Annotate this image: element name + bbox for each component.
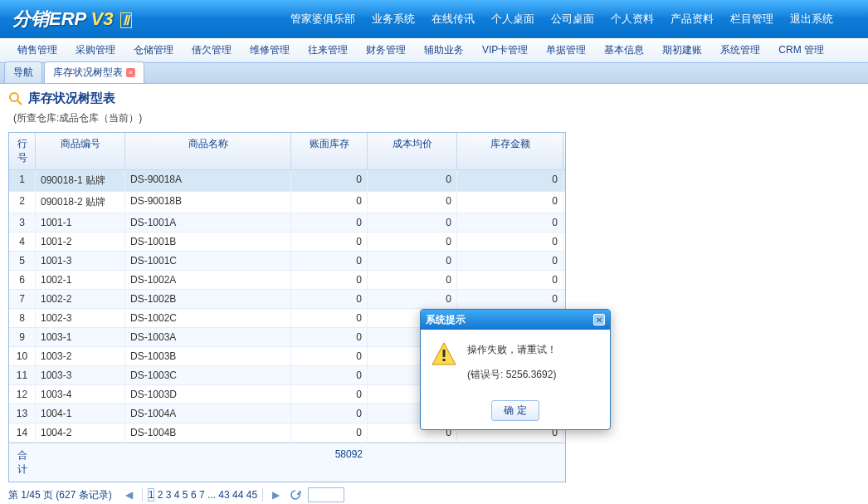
main-menu-item[interactable]: 往来管理 (299, 43, 357, 57)
cell: 0 (457, 271, 563, 289)
main-menu-item[interactable]: 仓储管理 (124, 43, 183, 57)
cell: 13 (9, 404, 36, 423)
cell: 0 (457, 192, 563, 213)
cell: DS-1002C (125, 309, 291, 327)
cell: DS-1001B (125, 232, 291, 251)
page-subtitle: (所查仓库:成品仓库（当前）) (13, 111, 860, 125)
footer-qty: 58092 (291, 443, 368, 482)
pager-page[interactable]: 45 (246, 489, 257, 501)
table-row[interactable]: 31001-1DS-1001A000 (9, 213, 565, 232)
logo-edition: Ⅱ (120, 12, 132, 28)
pager-page[interactable]: 3 (166, 489, 172, 501)
table-row[interactable]: 2090018-2 贴牌DS-90018B000 (9, 192, 565, 213)
pager-page[interactable]: 5 (183, 489, 188, 501)
cell: DS-1001A (125, 213, 291, 232)
svg-point-0 (10, 93, 18, 101)
cell: 0 (291, 385, 368, 404)
header-menu-item[interactable]: 个人桌面 (483, 7, 543, 32)
cell: 0 (457, 170, 563, 191)
header-menu: 管家婆俱乐部业务系统在线传讯个人桌面公司桌面个人资料产品资料栏目管理退出系统 (282, 7, 841, 32)
col-rownum[interactable]: 行号 (9, 133, 36, 169)
header-menu-item[interactable]: 管家婆俱乐部 (282, 7, 363, 32)
tab[interactable]: 库存状况树型表× (44, 61, 144, 83)
cell: 1003-2 (36, 347, 125, 365)
pager-refresh-icon[interactable] (288, 487, 303, 502)
pager-page[interactable]: 7 (199, 489, 205, 501)
cell: 1002-2 (36, 290, 125, 308)
pager-prev[interactable]: ◀ (122, 487, 137, 502)
logo-main: 分销ERP (12, 8, 85, 29)
col-amount[interactable]: 库存金额 (457, 133, 563, 169)
main-menu-item[interactable]: 期初建账 (653, 43, 711, 57)
cell: DS-1003A (125, 328, 291, 346)
col-qty[interactable]: 账面库存 (291, 133, 368, 169)
main-menu-item[interactable]: 辅助业务 (415, 43, 473, 57)
col-code[interactable]: 商品编号 (36, 133, 125, 169)
main-menu-item[interactable]: 借欠管理 (183, 43, 241, 57)
svg-line-1 (17, 100, 22, 105)
cell: 1004-1 (36, 404, 125, 423)
tab-label: 库存状况树型表 (53, 66, 123, 80)
cell: 0 (291, 309, 368, 327)
header-menu-item[interactable]: 个人资料 (602, 7, 662, 32)
pager-next[interactable]: ▶ (268, 487, 283, 502)
cell: 0 (368, 232, 457, 251)
pager-page[interactable]: 1 (148, 488, 155, 502)
dialog-header[interactable]: 系统提示 ✕ (421, 310, 610, 330)
main-menu-item[interactable]: 销售管理 (8, 43, 66, 57)
pager-page[interactable]: 43 (218, 489, 229, 501)
svg-rect-4 (443, 359, 446, 361)
cell: 0 (291, 423, 368, 442)
cell: 10 (9, 347, 36, 365)
cell: 0 (368, 213, 457, 232)
header-menu-item[interactable]: 退出系统 (782, 7, 841, 32)
pager-page[interactable]: 6 (191, 489, 197, 501)
cell: 1 (9, 170, 36, 191)
page-content: 库存状况树型表 (所查仓库:成品仓库（当前）) 行号 商品编号 商品名称 账面库… (0, 84, 868, 504)
main-menu-item[interactable]: CRM 管理 (769, 43, 833, 57)
table-row[interactable]: 61002-1DS-1002A000 (9, 271, 565, 290)
cell: 1002-1 (36, 271, 125, 289)
cell: 0 (291, 366, 368, 384)
col-name[interactable]: 商品名称 (125, 133, 291, 169)
close-icon[interactable]: ✕ (593, 314, 605, 325)
main-menu-item[interactable]: 系统管理 (711, 43, 769, 57)
main-menu-item[interactable]: 单据管理 (537, 43, 595, 57)
header-menu-item[interactable]: 产品资料 (662, 7, 722, 32)
main-menu-item[interactable]: VIP卡管理 (473, 43, 537, 57)
table-row[interactable]: 71002-2DS-1002B000 (9, 290, 565, 309)
header-menu-item[interactable]: 在线传讯 (423, 7, 483, 32)
cell: 1001-3 (36, 252, 125, 270)
table-row[interactable]: 41001-2DS-1001B000 (9, 232, 565, 252)
cell: 0 (291, 328, 368, 346)
footer-label: 合计 (9, 443, 36, 482)
pager-page[interactable]: 44 (232, 489, 243, 501)
svg-rect-3 (443, 350, 446, 357)
ok-button[interactable]: 确 定 (491, 400, 539, 421)
logo-version: V3 (91, 8, 114, 29)
pager-page[interactable]: 2 (158, 489, 163, 501)
main-menu-item[interactable]: 维修管理 (241, 43, 299, 57)
table-row[interactable]: 1090018-1 贴牌DS-90018A000 (9, 170, 565, 192)
cell: 0 (368, 290, 457, 308)
pager-page: ... (207, 489, 216, 501)
col-price[interactable]: 成本均价 (368, 133, 457, 169)
pager-goto-input[interactable] (308, 487, 344, 502)
cell: 6 (9, 271, 36, 289)
cell: DS-1004A (125, 404, 291, 423)
header-menu-item[interactable]: 公司桌面 (543, 7, 602, 32)
tab-close-icon[interactable]: × (126, 68, 135, 77)
cell: 3 (9, 213, 36, 232)
cell: 9 (9, 328, 36, 346)
cell: 0 (291, 404, 368, 423)
cell: DS-1002B (125, 290, 291, 308)
header-menu-item[interactable]: 栏目管理 (722, 7, 782, 32)
main-menu-item[interactable]: 财务管理 (357, 43, 415, 57)
table-row[interactable]: 51001-3DS-1001C000 (9, 252, 565, 271)
main-menu-item[interactable]: 基本信息 (595, 43, 653, 57)
tab[interactable]: 导航 (4, 61, 42, 83)
header-menu-item[interactable]: 业务系统 (363, 7, 423, 32)
cell: 0 (291, 213, 368, 232)
pager-page[interactable]: 4 (174, 489, 180, 501)
main-menu-item[interactable]: 采购管理 (66, 43, 124, 57)
